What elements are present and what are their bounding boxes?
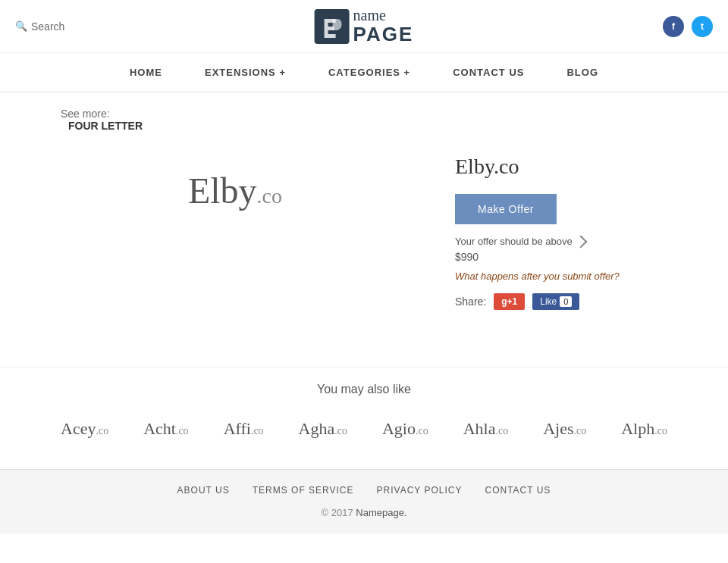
similar-domain-ajes-ext: .co bbox=[574, 425, 587, 436]
similar-domain-acht-ext: .co bbox=[176, 425, 189, 436]
share-label: Share: bbox=[455, 296, 486, 308]
similar-domain-agio[interactable]: Agio.co bbox=[382, 419, 428, 439]
similar-domain-alph-name: Alph bbox=[621, 419, 654, 438]
domain-logo-area: Elby.co bbox=[61, 155, 410, 336]
facebook-like-label: Like bbox=[540, 296, 557, 307]
twitter-button[interactable]: t bbox=[692, 16, 713, 37]
make-offer-button[interactable]: Make Offer bbox=[455, 194, 557, 224]
similar-domain-affi-ext: .co bbox=[251, 425, 264, 436]
logo-page-text: PAGE bbox=[353, 23, 414, 45]
share-row: Share: g+1 Like 0 bbox=[455, 293, 667, 310]
main-content: Elby.co Elby.co Make Offer Your offer sh… bbox=[0, 139, 728, 367]
footer: ABOUT US TERMS OF SERVICE PRIVACY POLICY… bbox=[0, 469, 728, 533]
also-like-section: You may also like Acey.co Acht.co Affi.c… bbox=[0, 367, 728, 469]
similar-domain-alph-ext: .co bbox=[654, 425, 667, 436]
nav-categories[interactable]: CATEGORIES + bbox=[307, 53, 431, 92]
logo-name-text: name bbox=[353, 7, 414, 23]
nav-blog[interactable]: BLOG bbox=[545, 53, 620, 92]
facebook-icon: f bbox=[672, 21, 675, 32]
similar-domain-acey-ext: .co bbox=[96, 425, 108, 436]
similar-domain-agio-name: Agio bbox=[382, 419, 416, 438]
also-like-title: You may also like bbox=[61, 383, 667, 396]
facebook-button[interactable]: f bbox=[663, 16, 684, 37]
gplus-button[interactable]: g+1 bbox=[494, 293, 525, 310]
breadcrumb-prefix: See more: bbox=[61, 108, 110, 120]
footer-terms[interactable]: TERMS OF SERVICE bbox=[253, 485, 354, 496]
similar-domain-ahla-name: Ahla bbox=[463, 419, 496, 438]
logo-link[interactable]: name PAGE bbox=[315, 7, 414, 45]
similar-domain-agio-ext: .co bbox=[416, 425, 428, 436]
breadcrumb-link[interactable]: FOUR LETTER bbox=[68, 120, 667, 132]
footer-brand-link[interactable]: Namepage. bbox=[356, 507, 406, 518]
similar-domain-ajes[interactable]: Ajes.co bbox=[543, 419, 586, 439]
similar-domain-acey-name: Acey bbox=[61, 419, 96, 438]
footer-links: ABOUT US TERMS OF SERVICE PRIVACY POLICY… bbox=[15, 485, 713, 496]
logo-svg bbox=[321, 15, 344, 38]
nav-home[interactable]: HOME bbox=[108, 53, 184, 92]
logo-text: name PAGE bbox=[353, 7, 414, 45]
footer-copyright: © 2017 Namepage. bbox=[15, 507, 713, 518]
domain-name-display: Elby bbox=[188, 170, 257, 211]
footer-copyright-year: © 2017 bbox=[322, 507, 353, 518]
offer-hint: Your offer should be above bbox=[455, 236, 667, 247]
social-links: f t bbox=[622, 16, 713, 37]
twitter-icon: t bbox=[701, 21, 704, 32]
offer-arrow-icon bbox=[574, 235, 587, 248]
offer-submit-link[interactable]: What happens after you submit offer? bbox=[455, 271, 667, 282]
footer-privacy[interactable]: PRIVACY POLICY bbox=[377, 485, 463, 496]
similar-domain-ajes-name: Ajes bbox=[543, 419, 573, 438]
similar-domain-ahla[interactable]: Ahla.co bbox=[463, 419, 508, 439]
similar-domain-acey[interactable]: Acey.co bbox=[61, 419, 108, 439]
similar-domains-list: Acey.co Acht.co Affi.co Agha.co Agio.co … bbox=[61, 419, 667, 439]
nav-extensions[interactable]: EXTENSIONS + bbox=[184, 53, 307, 92]
offer-hint-text: Your offer should be above bbox=[455, 236, 573, 247]
similar-domain-agha-name: Agha bbox=[299, 419, 335, 438]
similar-domain-alph[interactable]: Alph.co bbox=[621, 419, 667, 439]
footer-about[interactable]: ABOUT US bbox=[177, 485, 230, 496]
search-area[interactable]: 🔍 Search bbox=[15, 20, 106, 33]
similar-domain-ahla-ext: .co bbox=[495, 425, 508, 436]
header: 🔍 Search name PAGE f t bbox=[0, 0, 728, 53]
domain-title: Elby.co bbox=[455, 155, 667, 179]
domain-logo-display: Elby.co bbox=[188, 170, 282, 211]
similar-domain-agha[interactable]: Agha.co bbox=[299, 419, 347, 439]
similar-domain-affi-name: Affi bbox=[224, 419, 251, 438]
search-icon: 🔍 bbox=[15, 20, 27, 32]
domain-info-panel: Elby.co Make Offer Your offer should be … bbox=[455, 155, 667, 336]
facebook-like-count: 0 bbox=[560, 296, 572, 307]
similar-domain-acht-name: Acht bbox=[143, 419, 176, 438]
similar-domain-affi[interactable]: Affi.co bbox=[224, 419, 264, 439]
footer-contact[interactable]: CONTACT US bbox=[485, 485, 551, 496]
similar-domain-agha-ext: .co bbox=[334, 425, 347, 436]
nav-contact[interactable]: CONTACT US bbox=[431, 53, 545, 92]
breadcrumb: See more: FOUR LETTER bbox=[0, 92, 728, 139]
similar-domain-acht[interactable]: Acht.co bbox=[143, 419, 188, 439]
main-nav: HOME EXTENSIONS + CATEGORIES + CONTACT U… bbox=[0, 53, 728, 92]
search-label[interactable]: Search bbox=[31, 20, 64, 33]
domain-ext-display: .co bbox=[257, 184, 282, 208]
facebook-like-button[interactable]: Like 0 bbox=[532, 293, 579, 310]
offer-amount: $990 bbox=[455, 251, 667, 263]
logo-container: name PAGE bbox=[315, 7, 414, 45]
logo-icon bbox=[315, 9, 350, 44]
